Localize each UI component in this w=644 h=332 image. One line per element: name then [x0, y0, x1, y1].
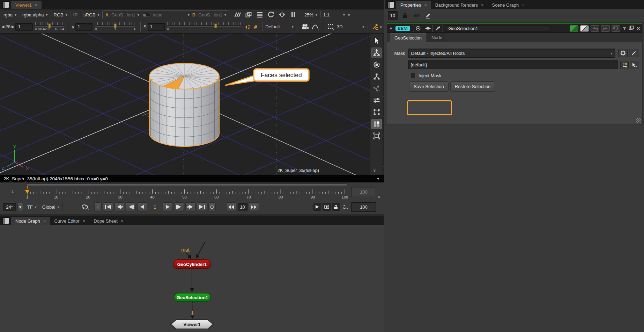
tab-properties[interactable]: Properties× — [396, 1, 431, 9]
tab-curve-editor[interactable]: Curve Editor× — [50, 217, 89, 225]
headlamp-icon[interactable] — [243, 23, 251, 31]
fstop-label[interactable]: f/8 — [5, 24, 10, 29]
fps-dropdown-icon[interactable]: ▾ — [17, 203, 23, 211]
tab-scene-graph[interactable]: Scene Graph× — [488, 1, 529, 9]
tab-viewer1[interactable]: Viewer1 × — [11, 1, 42, 9]
curve-icon[interactable] — [311, 23, 319, 31]
save-selection-button[interactable]: Save Selection — [409, 81, 449, 92]
fps-field[interactable]: 24* — [3, 203, 16, 211]
input-process-toggle[interactable]: IP — [73, 12, 77, 17]
timeline-frame-mode-dropdown[interactable]: TF▾ — [27, 204, 37, 210]
refresh-icon[interactable] — [266, 10, 276, 19]
jump-forward-button[interactable] — [249, 202, 259, 211]
collapse-triangle-icon[interactable]: ▼ — [389, 27, 393, 30]
close-icon[interactable]: × — [424, 3, 427, 7]
pane-menu-icon[interactable] — [387, 1, 394, 8]
side-toolbar-chevrons-icon[interactable]: » — [372, 169, 378, 171]
undo-icon[interactable] — [591, 25, 599, 32]
node-graph-canvas[interactable]: mat GeoCylinder1 GeoSelection1 1 — [0, 225, 384, 332]
saturation-input[interactable]: 1 — [148, 23, 165, 31]
colorspace-dropdown[interactable]: sRGB▾ — [83, 12, 99, 17]
tab-node-graph[interactable]: Node Graph× — [11, 217, 50, 225]
prev-keyframe-button[interactable] — [114, 202, 125, 211]
panel-resize-grip[interactable] — [636, 118, 641, 123]
record-icon[interactable] — [323, 203, 331, 211]
toolbar-overflow-chevrons-icon[interactable]: » — [347, 14, 353, 16]
proxy-dropdown[interactable]: 1:1▾ — [323, 12, 345, 17]
input-a-dropdown[interactable]: GeoS...ion1▾ — [111, 12, 139, 17]
next-keyframe-button[interactable] — [185, 202, 195, 211]
goto-end-button[interactable] — [197, 202, 207, 211]
layer-dropdown[interactable]: rgba▾ — [2, 12, 16, 17]
camera-icon[interactable] — [300, 23, 310, 31]
range-scope-dropdown[interactable]: Global▾ — [42, 204, 59, 210]
select-cursor-icon[interactable] — [371, 36, 382, 46]
close-all-panels-icon[interactable] — [412, 11, 421, 20]
scale-tool-icon[interactable] — [371, 71, 382, 82]
timeline-scrollbar[interactable] — [26, 183, 347, 186]
view-mode-dropdown[interactable]: 3D▾ — [337, 24, 364, 29]
grid-snap-icon[interactable]: # — [252, 23, 259, 31]
close-icon[interactable]: × — [481, 3, 484, 7]
transform-handles-icon[interactable] — [371, 83, 382, 94]
out-point-button[interactable]: O — [208, 202, 216, 211]
flipbook-play-icon[interactable] — [313, 203, 321, 211]
text-color-button[interactable] — [580, 25, 589, 32]
frame-range-icon[interactable] — [341, 203, 349, 211]
node-geoselection1[interactable]: GeoSelection1 — [174, 293, 210, 302]
redo-icon[interactable] — [601, 25, 610, 32]
pane-menu-icon[interactable] — [2, 1, 9, 8]
pane-menu-icon[interactable] — [2, 217, 9, 224]
lut-dropdown[interactable]: Default▾ — [265, 24, 293, 29]
list-lines-icon[interactable] — [254, 10, 265, 19]
mat-input-label[interactable]: mat — [181, 247, 189, 253]
goto-start-button[interactable] — [103, 202, 113, 211]
tab-node[interactable]: Node — [427, 33, 446, 42]
status-dropdown-icon[interactable]: ▾ — [377, 176, 380, 181]
wipe-toggle[interactable] — [142, 13, 150, 17]
close-icon[interactable]: × — [121, 219, 124, 223]
face-select-icon[interactable] — [371, 119, 382, 129]
in-point-button[interactable]: I — [94, 202, 102, 211]
lock-panels-icon[interactable] — [401, 11, 409, 20]
play-backward-button[interactable] — [137, 202, 147, 211]
object-select-icon[interactable] — [371, 131, 382, 141]
saturation-slider[interactable]: 0 — [167, 22, 241, 32]
current-frame-value[interactable]: 1 — [149, 204, 161, 210]
restore-selection-button[interactable]: Restore Selection — [450, 81, 495, 92]
marquee-select-icon[interactable] — [326, 23, 336, 31]
global-range-end-field[interactable]: 100 — [351, 202, 376, 212]
close-panel-icon[interactable]: × — [637, 26, 640, 31]
viewer-3d-viewport[interactable]: Faces selected Y X Z 2K_Super_35(full-ap… — [0, 34, 384, 175]
max-panels-field[interactable]: 10 — [388, 11, 398, 20]
node-geocylinder1[interactable]: GeoCylinder1 — [173, 260, 211, 269]
gain-slider[interactable]: 0.015625 1 16 64 — [35, 22, 64, 32]
mask-picker-pen-icon[interactable] — [629, 49, 638, 57]
loop-mode-icon[interactable] — [80, 203, 89, 211]
input-b-dropdown[interactable]: GeoS...ion1▾ — [198, 12, 226, 17]
node-glyph-icon[interactable] — [423, 25, 433, 32]
mask-dropdown[interactable]: Default - Injected/All Roots ▾ — [408, 49, 616, 58]
lock-range-icon[interactable] — [332, 203, 340, 211]
play-forward-button[interactable] — [163, 202, 173, 211]
node-color-button[interactable] — [570, 25, 578, 32]
close-icon[interactable]: × — [35, 3, 38, 7]
prev-frame-button[interactable] — [126, 202, 136, 211]
jump-back-button[interactable] — [226, 202, 236, 211]
center-node-icon[interactable] — [413, 25, 423, 32]
sliders-icon[interactable] — [371, 95, 382, 106]
gamma-slider[interactable]: 0 1 4 — [95, 22, 135, 32]
pause-icon[interactable] — [288, 10, 298, 19]
node-viewer1[interactable]: Viewer1 — [170, 320, 214, 329]
pick-from-viewer-icon[interactable] — [630, 61, 638, 69]
inject-mask-checkbox[interactable] — [410, 73, 415, 78]
new-viewer-layers-icon[interactable] — [243, 10, 254, 19]
update-crosshair-icon[interactable] — [277, 10, 287, 19]
tab-dope-sheet[interactable]: Dope Sheet× — [89, 217, 127, 225]
mask-filter-field[interactable]: {default} — [408, 60, 618, 69]
wipe-mode-dropdown[interactable]: wipe▾ — [153, 12, 190, 17]
wrench-icon[interactable] — [433, 25, 443, 32]
mask-settings-gear-icon[interactable] — [618, 49, 628, 57]
gain-input[interactable]: 1 — [15, 23, 33, 31]
edit-pencil-icon[interactable] — [424, 11, 432, 20]
